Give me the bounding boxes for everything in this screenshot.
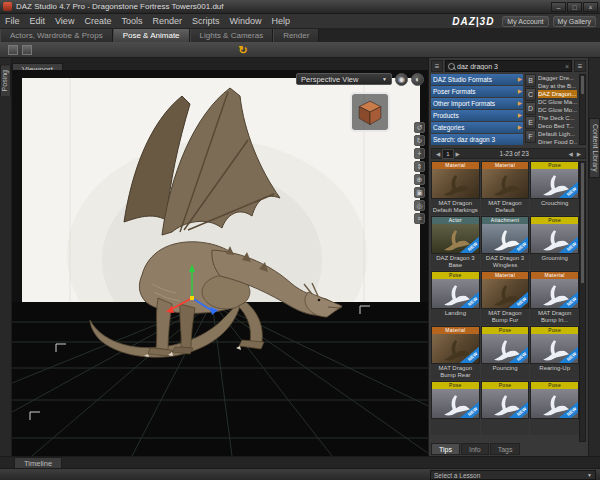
view-cube[interactable] [350,92,390,132]
product-item[interactable]: Deco Bed T... [538,122,577,130]
letter-b[interactable]: B [525,74,536,87]
right-dock-strip: Content Library [588,58,600,456]
product-item[interactable]: Default Ligh... [538,130,577,138]
expand-arrow-icon: ▶ [518,98,522,109]
page-number: 1 [442,149,453,159]
content-thumbnail[interactable]: Pose NEW [530,381,579,435]
product-item[interactable]: DC Glow Ma... [538,98,577,106]
sidebar-tab-content-library[interactable]: Content Library [589,118,600,178]
menu-view[interactable]: View [50,16,79,26]
tab-tags[interactable]: Tags [490,443,521,455]
lesson-select[interactable]: Select a Lesson ▼ [430,470,596,480]
zoom-tool-icon[interactable]: ⊕ [414,174,425,185]
content-type-banner: Attachment [482,217,529,224]
menu-tools[interactable]: Tools [116,16,147,26]
dragon-thumb-image [436,172,476,198]
menu-render[interactable]: Render [147,16,187,26]
viewport-options-icon[interactable]: ≡ [414,213,425,224]
chevron-down-icon: ▼ [382,74,387,84]
prev-set-icon[interactable]: ◀ [567,151,575,157]
viewport-3d-scene[interactable]: Perspective View ▼ ◉ ◐ ↺ ↻ + ⇕ ⊕ ▣ [12,70,428,456]
pan-tool-icon[interactable]: + [414,148,425,159]
content-thumbnail[interactable]: Material NEW MAT Dragon Bump Iri... [530,271,579,325]
content-thumbnail[interactable]: Pose NEW Crouching [530,161,579,215]
dolly-tool-icon[interactable]: ⇕ [414,161,425,172]
letter-e[interactable]: E [525,116,536,129]
tab-info[interactable]: Info [461,443,489,455]
product-item-selected[interactable]: DAZ Dragon... [538,90,577,98]
grid-scrollbar[interactable] [579,161,586,442]
product-item[interactable]: Dagger Dre... [538,74,577,82]
content-thumbnail[interactable]: Material MAT Dragon Default Markings [431,161,480,215]
maximize-button[interactable]: □ [567,2,582,12]
my-gallery-button[interactable]: My Gallery [553,16,596,27]
tab-pose-animate[interactable]: Pose & Animate [113,29,190,42]
tab-lights-cameras[interactable]: Lights & Cameras [190,29,274,42]
menu-scripts[interactable]: Scripts [187,16,225,26]
thumbnail-label: Pouncing [481,364,530,380]
content-thumbnail[interactable]: Pose NEW Grooming [530,216,579,270]
letter-c[interactable]: C [525,88,536,101]
content-thumbnail[interactable]: Pose NEW [481,381,530,435]
content-thumbnail[interactable]: Material NEW MAT Dragon Bump Rear [431,326,480,380]
category-poser-formats[interactable]: Poser Formats ▶ [431,86,523,97]
eye-icon[interactable]: ◉ [395,73,408,86]
next-set-icon[interactable]: ▶ [575,151,583,157]
search-box[interactable]: × [445,60,572,72]
thumbnail-label: Landing [431,309,480,325]
pagination-bar: ◀ 1 ▶ 1-23 of 23 ◀ ▶ [431,148,586,159]
letter-d[interactable]: D [525,102,536,115]
app-icon [3,2,12,11]
content-thumbnail[interactable]: Pose NEW Landing [431,271,480,325]
product-item[interactable]: The Deck C... [538,114,577,122]
orbit-tool-icon[interactable]: ↺ [414,122,425,133]
sidebar-tab-posing[interactable]: Posing [0,64,11,97]
menu-edit[interactable]: Edit [25,16,51,26]
minimize-button[interactable]: – [551,2,566,12]
content-thumbnail[interactable]: Pose NEW Rearing-Up [530,326,579,380]
product-list-scrollbar[interactable] [579,74,586,145]
filter-menu-icon[interactable]: ≡ [431,60,443,72]
category-categories[interactable]: Categories ▶ [431,122,523,133]
content-type-banner: Pose [482,382,529,389]
category-other-import-formats[interactable]: Other Import Formats ▶ [431,98,523,109]
category-search-results[interactable]: Search: daz dragon 3 [431,134,523,145]
rotate-tool-icon[interactable]: ↻ [414,135,425,146]
search-input[interactable] [457,63,565,70]
menu-create[interactable]: Create [79,16,116,26]
close-button[interactable]: × [583,2,598,12]
frame-tool-icon[interactable]: ▣ [414,187,425,198]
content-thumbnail[interactable]: Material MAT Dragon Default [481,161,530,215]
scene-tool-icon[interactable] [8,45,18,55]
tab-actors-wardrobe-props[interactable]: Actors, Wardrobe & Props [0,29,113,42]
category-daz-studio-formats[interactable]: DAZ Studio Formats ▶ [431,74,523,85]
content-thumbnail[interactable]: Pose NEW [431,381,480,435]
content-thumbnail[interactable]: Pose NEW Pouncing [481,326,530,380]
product-item[interactable]: Day at the B... [538,82,577,90]
clear-search-icon[interactable]: × [565,63,569,70]
letter-f[interactable]: F [525,130,536,143]
content-thumbnail[interactable]: Material NEW MAT Dragon Bump Fur [481,271,530,325]
menu-help[interactable]: Help [266,16,295,26]
tab-render[interactable]: Render [273,29,319,42]
content-thumbnail[interactable]: Attachment NEW DAZ Dragon 3 Wingless [481,216,530,270]
tab-tips[interactable]: Tips [431,443,460,455]
category-products[interactable]: Products ▶ [431,110,523,121]
aim-tool-icon[interactable]: ◎ [414,200,425,211]
next-page-icon[interactable]: ▶ [454,151,462,157]
product-item[interactable]: Diner Food D... [538,138,577,146]
product-item[interactable]: DC Glow Mo... [538,106,577,114]
node-tool-icon[interactable] [22,45,32,55]
menu-window[interactable]: Window [224,16,266,26]
drawstyle-sphere-icon[interactable]: ◐ [411,73,424,86]
active-pose-tool-icon[interactable]: ↻ [236,43,250,57]
content-thumbnail[interactable]: Actor NEW DAZ Dragon 3 Base [431,216,480,270]
prev-page-icon[interactable]: ◀ [434,151,442,157]
menu-file[interactable]: File [0,16,25,26]
panel-options-icon[interactable]: ≡ [574,60,586,72]
thumbnail-label: Rearing-Up [530,364,579,380]
my-account-button[interactable]: My Account [502,16,548,27]
camera-selector[interactable]: Perspective View ▼ [296,73,392,85]
viewport-tab-row: Viewport [12,58,428,70]
content-type-banner: Material [432,162,479,169]
